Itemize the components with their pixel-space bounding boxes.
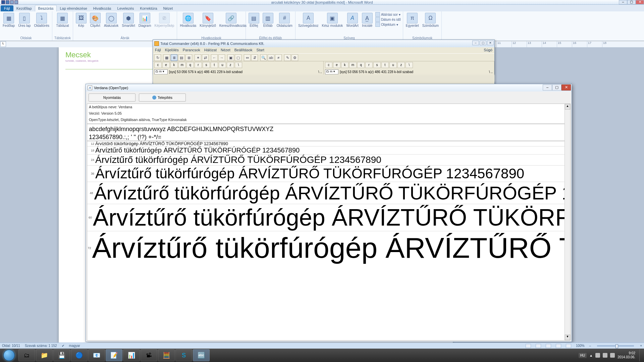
zoom-in-icon[interactable]: +	[640, 344, 642, 348]
tc-back-icon[interactable]: ←	[211, 54, 218, 61]
tc-diff-icon[interactable]: ≠	[275, 54, 282, 61]
taskbar-explorer-icon[interactable]: 🗂	[18, 349, 35, 361]
tc-unpack-icon[interactable]: ▢	[235, 54, 241, 61]
tc-drive-r[interactable]: r	[195, 62, 202, 68]
tab-file[interactable]: Fájl	[1, 5, 13, 11]
tc-menu-file[interactable]: Fájl	[155, 48, 161, 53]
tc-drive-m-r[interactable]: m	[349, 62, 357, 68]
tc-tree-icon[interactable]: ⊞	[185, 54, 192, 61]
status-language[interactable]: magyar	[69, 344, 80, 348]
tc-menu-net[interactable]: Hálózat	[204, 48, 217, 53]
chart-button[interactable]: 📊Diagram	[138, 12, 152, 28]
tray-volume-icon[interactable]	[610, 353, 615, 358]
taskbar-skype-icon[interactable]: S	[175, 349, 192, 361]
tc-fwd-icon[interactable]: →	[218, 54, 225, 61]
taskbar-save-icon[interactable]: 💾	[53, 349, 70, 361]
word-maximize-button[interactable]: ▢	[627, 0, 636, 4]
tray-language[interactable]: HU	[579, 353, 587, 358]
tc-refresh-icon[interactable]: ↻	[154, 54, 161, 61]
tc-menu-help[interactable]: Súgó	[484, 48, 492, 53]
fv-close-button[interactable]: ✕	[561, 84, 571, 90]
word-close-button[interactable]: ✕	[636, 0, 644, 4]
view-web-icon[interactable]	[546, 344, 551, 348]
textbox-button[interactable]: ASzövegdoboz	[298, 12, 319, 28]
show-desktop-button[interactable]	[639, 349, 642, 361]
fv-titlebar[interactable]: A Verdana (OpenType) – ▢ ✕	[86, 84, 572, 92]
taskbar-powerpoint-icon[interactable]: 📽	[141, 349, 157, 361]
view-fullscreen-icon[interactable]	[536, 344, 541, 348]
tc-compare-icon[interactable]: ⇔	[244, 54, 251, 61]
tc-drive-c-r[interactable]: c	[325, 62, 332, 68]
tc-drive-u[interactable]: u	[219, 62, 226, 68]
status-wordcount[interactable]: Szavak száma: 1 152	[25, 344, 57, 348]
taskbar-calculator-icon[interactable]: 🧮	[158, 349, 175, 361]
tc-close-button[interactable]: ✕	[487, 41, 494, 45]
tc-titlebar[interactable]: Total Commander (x64) 8.0 - Ferling PR &…	[153, 40, 494, 47]
tab-home[interactable]: Kezdőlap	[13, 5, 35, 11]
tc-drive-q-r[interactable]: q	[357, 62, 365, 68]
taskbar-chrome-icon[interactable]: 🔵	[71, 349, 88, 361]
wordart-button[interactable]: AWordArt	[345, 12, 359, 28]
clipart-button[interactable]: 🎨ClipArt	[89, 12, 101, 28]
tc-menu-commands[interactable]: Parancsok	[183, 48, 200, 53]
tc-drive-u-r[interactable]: u	[389, 62, 397, 68]
hyperlink-button[interactable]: 🌐Hivatkozás	[179, 12, 197, 28]
tc-menu-start[interactable]: Start	[257, 48, 264, 53]
pagenum-button[interactable]: #Oldalszám	[276, 12, 293, 28]
tc-maximize-button[interactable]: ▢	[480, 41, 486, 45]
taskbar-excel-icon[interactable]: 📊	[123, 349, 140, 361]
taskbar-libraries-icon[interactable]: 📁	[36, 349, 53, 361]
scroll-down-icon[interactable]: ▼	[565, 335, 570, 340]
screenshot-button[interactable]: ⎚Képernyőkép	[154, 12, 175, 28]
view-outline-icon[interactable]	[556, 344, 561, 348]
tab-layout[interactable]: Lap elrendezése	[57, 5, 90, 11]
tc-sync-icon[interactable]: ⇵	[251, 54, 258, 61]
dropcap-button[interactable]: A̲Iniciálé	[361, 12, 373, 28]
tc-drive-net-r[interactable]: \	[406, 62, 413, 68]
table-button[interactable]: ▦Táblázat	[55, 12, 69, 28]
equation-button[interactable]: πEgyenlet	[405, 12, 420, 28]
tc-search-icon[interactable]: 🔍	[260, 54, 267, 61]
tc-thumbs-icon[interactable]: ▤	[178, 54, 185, 61]
page-break-button[interactable]: ⤵Oldaltörés	[33, 12, 50, 28]
picture-button[interactable]: 🖼Kép	[75, 12, 87, 28]
tc-drive-q[interactable]: q	[186, 62, 194, 68]
tc-drive-combo-right[interactable]: 🗀 m ▾	[325, 69, 338, 74]
bookmark-button[interactable]: 🔖Könyvjelző	[199, 12, 216, 28]
blank-page-button[interactable]: ▯Üres lap	[17, 12, 31, 28]
tc-drive-e-r[interactable]: e	[333, 62, 340, 68]
signature-button[interactable]: Aláírási sor ▾	[375, 12, 401, 17]
word-minimize-button[interactable]: –	[619, 0, 627, 4]
tab-view[interactable]: Nézet	[160, 5, 176, 11]
taskbar-outlook-icon[interactable]: 📧	[88, 349, 105, 361]
view-draft-icon[interactable]	[566, 344, 571, 348]
fv-maximize-button[interactable]: ▢	[552, 84, 561, 90]
tab-review[interactable]: Korrektúra	[137, 5, 160, 11]
smartart-button[interactable]: ⬢SmartArt	[121, 12, 136, 28]
tc-multirename-icon[interactable]: ab	[268, 54, 274, 61]
tc-drive-combo-left[interactable]: 🗀 m ▾	[154, 69, 168, 74]
tc-drive-m[interactable]: m	[178, 62, 186, 68]
taskbar-word-icon[interactable]: 📝	[106, 349, 122, 361]
tc-drive-k-r[interactable]: k	[341, 62, 348, 68]
install-button[interactable]: Telepítés	[139, 94, 186, 102]
shapes-button[interactable]: ◯Alakzatok	[103, 12, 119, 28]
tc-drive-r-r[interactable]: r	[365, 62, 373, 68]
tab-mailings[interactable]: Levelezés	[114, 5, 137, 11]
symbol-button[interactable]: ΩSzimbólum	[422, 12, 439, 28]
fv-scrollbar[interactable]: ▲ ▼	[565, 104, 570, 340]
crossref-button[interactable]: 🔗Kereszthivatkozás	[219, 12, 244, 28]
zoom-level[interactable]: 100%	[576, 344, 585, 348]
tc-menu-show[interactable]: Nézet	[221, 48, 230, 53]
scroll-up-icon[interactable]: ▲	[565, 104, 570, 110]
tc-column-headers[interactable]	[153, 75, 494, 82]
tc-menu-config[interactable]: Beállítások	[234, 48, 253, 53]
tc-invert-icon[interactable]: ✶	[195, 54, 201, 61]
cover-page-button[interactable]: ▦Fedőlap	[2, 12, 15, 28]
taskbar-fontviewer-icon[interactable]: 🔤	[193, 349, 210, 361]
status-proof-icon[interactable]: ✔	[62, 344, 64, 348]
tc-notepad-icon[interactable]: ✎	[284, 54, 291, 61]
tab-selector[interactable]: L	[0, 41, 6, 47]
tc-drive-z[interactable]: z	[227, 62, 234, 68]
tray-flag-icon[interactable]	[595, 353, 600, 358]
